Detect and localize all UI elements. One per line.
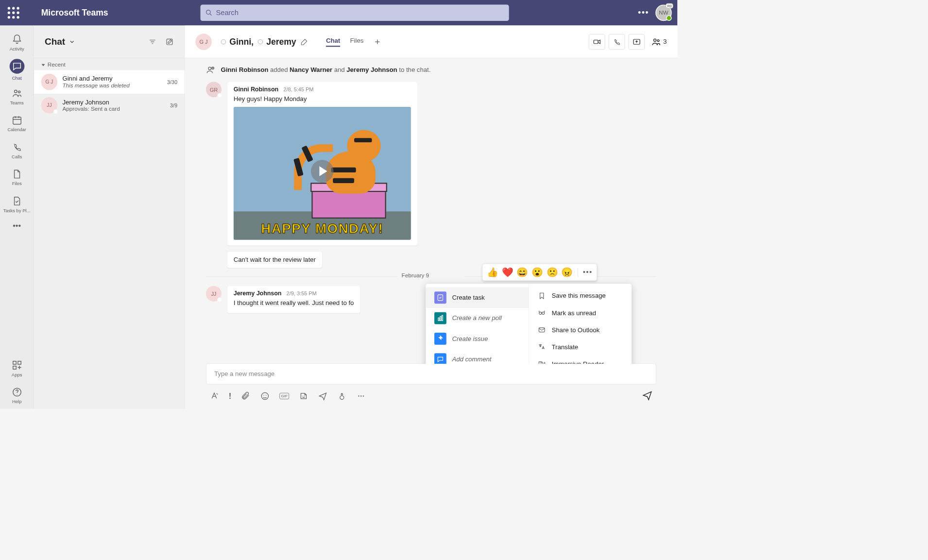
reaction-like[interactable]: 👍 bbox=[487, 267, 498, 278]
svg-point-1 bbox=[12, 7, 15, 9]
sticker-icon[interactable] bbox=[299, 391, 308, 401]
rail-chat[interactable]: Chat bbox=[2, 56, 32, 83]
approvals-icon[interactable] bbox=[337, 391, 346, 401]
svg-rect-25 bbox=[167, 39, 172, 45]
mail-icon bbox=[538, 325, 547, 334]
rail-calendar[interactable]: Calendar bbox=[2, 110, 32, 136]
reaction-more-icon[interactable]: ••• bbox=[583, 268, 593, 276]
chat-preview: Approvals: Sent a card bbox=[62, 106, 165, 112]
filter-icon[interactable] bbox=[148, 37, 157, 46]
svg-rect-19 bbox=[13, 366, 16, 369]
svg-point-47 bbox=[302, 395, 303, 396]
format-icon[interactable] bbox=[209, 391, 219, 401]
glasses-icon bbox=[538, 308, 547, 317]
attach-icon[interactable] bbox=[241, 391, 251, 401]
search-input[interactable]: Search bbox=[200, 4, 509, 21]
reaction-sad[interactable]: 🙁 bbox=[547, 267, 558, 278]
rail-help[interactable]: Help bbox=[2, 382, 32, 408]
chat-name: Ginni and Jeremy bbox=[62, 75, 162, 82]
play-icon[interactable] bbox=[311, 160, 334, 183]
participants-button[interactable]: 3 bbox=[651, 37, 667, 47]
tab-files[interactable]: Files bbox=[350, 37, 364, 46]
conversation-title[interactable]: Ginni, Jeremy bbox=[219, 37, 308, 47]
chat-name: Jeremy Johnson bbox=[62, 99, 165, 106]
rail-activity[interactable]: Activity bbox=[2, 29, 32, 56]
help-icon bbox=[12, 387, 22, 397]
message-bubble[interactable]: Can't wait for the review later bbox=[227, 252, 322, 268]
svg-line-10 bbox=[210, 14, 212, 16]
svg-point-33 bbox=[208, 67, 211, 70]
chat-list-item[interactable]: JJ Jeremy Johnson Approvals: Sent a card… bbox=[34, 94, 185, 117]
audio-call-button[interactable] bbox=[609, 34, 625, 50]
tab-chat[interactable]: Chat bbox=[326, 37, 340, 47]
jira-icon bbox=[434, 333, 447, 345]
rail-more-icon[interactable]: ••• bbox=[13, 221, 21, 231]
message-list: Ginni Robinson added Nancy Warner and Je… bbox=[185, 58, 677, 364]
priority-icon[interactable]: ! bbox=[229, 391, 231, 401]
video-call-button[interactable] bbox=[589, 34, 605, 50]
search-placeholder: Search bbox=[216, 9, 239, 17]
person-avatar: JJ bbox=[41, 97, 58, 114]
presence-offline-icon bbox=[53, 109, 58, 114]
reaction-angry[interactable]: 😠 bbox=[562, 267, 573, 278]
bookmark-icon bbox=[538, 291, 547, 300]
caret-down-icon bbox=[41, 63, 46, 67]
edit-icon[interactable] bbox=[300, 38, 308, 46]
rail-calls[interactable]: Calls bbox=[2, 137, 32, 164]
reaction-surprised[interactable]: 😮 bbox=[532, 267, 543, 278]
chat-preview: This message was deleted bbox=[62, 83, 162, 89]
author-avatar[interactable]: JJ bbox=[206, 286, 222, 302]
chat-icon bbox=[12, 61, 22, 71]
message-context-menu: Create task Create a new poll bbox=[426, 284, 632, 363]
me-avatar[interactable]: NW R0 bbox=[655, 4, 672, 21]
ctx-save-message[interactable]: Save this message bbox=[529, 287, 632, 304]
send-button[interactable] bbox=[642, 390, 653, 402]
rail-apps[interactable]: Apps bbox=[2, 355, 32, 382]
reaction-bar: 👍 ❤️ 😄 😮 🙁 😠 ••• bbox=[483, 264, 597, 280]
app-launcher-icon[interactable] bbox=[6, 5, 21, 20]
svg-point-50 bbox=[358, 395, 359, 396]
rail-files[interactable]: Files bbox=[2, 164, 32, 190]
group-avatar: G J bbox=[195, 34, 212, 50]
ctx-add-comment[interactable]: Add comment bbox=[426, 349, 529, 363]
chat-date: 3/9 bbox=[170, 102, 177, 108]
rail-teams[interactable]: Teams bbox=[2, 83, 32, 110]
message-bubble[interactable]: Jeremy Johnson 2/9, 3:55 PM I thought it… bbox=[227, 286, 361, 313]
compose-more-icon[interactable] bbox=[356, 391, 365, 401]
settings-more-icon[interactable]: ••• bbox=[638, 8, 649, 17]
chat-list-item[interactable]: G J Ginni and Jeremy This message was de… bbox=[34, 70, 185, 94]
emoji-icon[interactable] bbox=[260, 391, 270, 401]
rail-tasks[interactable]: Tasks by Pl... bbox=[2, 191, 32, 218]
svg-point-5 bbox=[17, 12, 19, 14]
author-avatar[interactable]: GR bbox=[206, 82, 222, 97]
section-recent[interactable]: Recent bbox=[34, 58, 185, 70]
new-chat-icon[interactable] bbox=[165, 37, 174, 46]
svg-point-52 bbox=[362, 395, 363, 396]
share-screen-button[interactable] bbox=[629, 34, 645, 50]
ctx-immersive-reader[interactable]: Immersive Reader bbox=[529, 355, 632, 363]
phone-icon bbox=[613, 37, 621, 46]
ctx-share-outlook[interactable]: Share to Outlook bbox=[529, 321, 632, 338]
ctx-create-issue[interactable]: Create issue bbox=[426, 328, 529, 349]
calendar-icon bbox=[12, 115, 22, 125]
message-bubble[interactable]: Ginni Robinson 2/8, 5:45 PM Hey guys! Ha… bbox=[227, 82, 417, 245]
reaction-laugh[interactable]: 😄 bbox=[517, 267, 528, 278]
ctx-mark-unread[interactable]: Mark as unread bbox=[529, 304, 632, 321]
gif-icon[interactable]: GIF bbox=[279, 392, 289, 399]
gif-attachment[interactable]: HAPPY MONDAY! bbox=[234, 107, 411, 240]
message-text: I thought it went really well. Just need… bbox=[234, 299, 354, 307]
svg-rect-37 bbox=[440, 316, 441, 321]
svg-marker-26 bbox=[42, 64, 45, 66]
compose-input[interactable]: Type a new message bbox=[206, 363, 656, 384]
reaction-heart[interactable]: ❤️ bbox=[502, 267, 513, 278]
svg-point-31 bbox=[653, 39, 656, 41]
send-icon bbox=[642, 390, 653, 401]
svg-point-7 bbox=[12, 16, 15, 18]
ctx-translate[interactable]: Translate bbox=[529, 338, 632, 355]
schedule-send-icon[interactable] bbox=[318, 391, 327, 401]
ctx-create-task[interactable]: Create task bbox=[426, 287, 529, 307]
add-tab-icon[interactable] bbox=[374, 38, 381, 46]
chat-list-title[interactable]: Chat bbox=[45, 36, 75, 47]
ctx-create-poll[interactable]: Create a new poll bbox=[426, 308, 529, 328]
svg-point-6 bbox=[8, 16, 10, 18]
